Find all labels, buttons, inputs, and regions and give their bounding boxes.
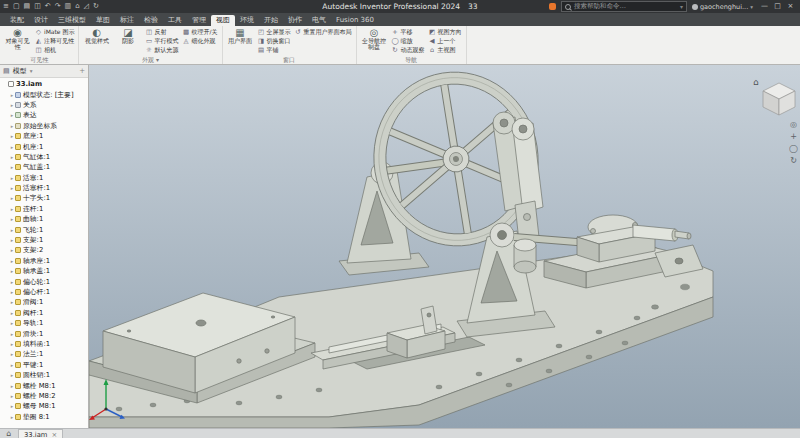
- ribbon-small-button-view-face[interactable]: ◩视图方向: [429, 28, 462, 36]
- zoom-icon[interactable]: ◯: [789, 145, 798, 153]
- object-visibility-button[interactable]: ◉对象可见性: [4, 27, 31, 55]
- save-icon[interactable]: ◫: [34, 0, 41, 13]
- browser-header[interactable]: ▤ 模型 ▾ +: [0, 65, 88, 78]
- ribbon-small-button-clean-screen[interactable]: ◰全屏显示: [258, 28, 291, 36]
- tree-row-4[interactable]: ▸原始坐标系: [0, 121, 88, 131]
- home-tab-icon[interactable]: ⌂: [3, 429, 15, 438]
- tree-row-7[interactable]: ▸气缸体:1: [0, 152, 88, 162]
- model-eccentric[interactable]: [514, 239, 536, 273]
- ribbon-small-button-home-view[interactable]: ⌂主视图: [429, 46, 462, 54]
- ribbon-tab-7[interactable]: 管理: [187, 15, 211, 26]
- print-icon[interactable]: ▥: [65, 0, 72, 13]
- tree-row-6[interactable]: ▸机座:1: [0, 141, 88, 151]
- help-search-input[interactable]: 搜索帮助和命令… ▾: [561, 1, 687, 12]
- chevron-down-icon[interactable]: ▾: [30, 68, 33, 74]
- redo-icon[interactable]: ↷: [55, 0, 61, 13]
- tree-row-9[interactable]: ▸活塞:1: [0, 173, 88, 183]
- window-max-icon[interactable]: □: [771, 0, 784, 13]
- tree-row-23[interactable]: ▸导轨:1: [0, 318, 88, 328]
- ribbon-small-button-orbit[interactable]: ↻动态观察: [392, 46, 425, 54]
- tree-row-30[interactable]: ▸螺栓 M8:2: [0, 391, 88, 401]
- tree-row-2[interactable]: ▸关系: [0, 100, 88, 110]
- ribbon-small-button-reset-ui[interactable]: ↺重置用户界面布局: [295, 28, 352, 36]
- ribbon-small-button-orthographic[interactable]: ▭平行模式: [145, 37, 178, 45]
- document-tab[interactable]: 33.iam ×: [18, 429, 63, 438]
- ribbon-tab-11[interactable]: 协作: [283, 15, 307, 26]
- ribbon-tab-9[interactable]: 环境: [235, 15, 259, 26]
- tree-row-11[interactable]: ▸十字头:1: [0, 193, 88, 203]
- nav-wheel-icon[interactable]: ◎: [790, 121, 797, 129]
- tree-row-26[interactable]: ▸法兰:1: [0, 349, 88, 359]
- ribbon-small-button-camera[interactable]: ◫相机: [35, 46, 74, 54]
- tree-row-29[interactable]: ▸螺栓 M8:1: [0, 380, 88, 390]
- window-close-icon[interactable]: ×: [784, 0, 797, 13]
- ribbon-small-button-tile[interactable]: ▤平铺: [258, 46, 291, 54]
- tree-row-12[interactable]: ▸连杆:1: [0, 204, 88, 214]
- tree-row-1[interactable]: ▸模型状态: [主要]: [0, 89, 88, 99]
- navigation-wheel-button[interactable]: ◎全导航控制盘: [361, 27, 388, 55]
- home-icon[interactable]: ⌂: [75, 0, 79, 13]
- ribbon-tab-4[interactable]: 标注: [115, 15, 139, 26]
- visual-style-button[interactable]: ◐视觉样式: [83, 27, 110, 55]
- ribbon-small-button-textures[interactable]: ▩纹理开/关: [182, 28, 217, 36]
- ribbon-small-button-pan[interactable]: +平移: [392, 28, 425, 36]
- browser-add-icon[interactable]: +: [79, 67, 85, 75]
- ribbon-small-button-imate[interactable]: ◇iMate 图示: [35, 28, 74, 36]
- chevron-down-icon[interactable]: ▾: [680, 3, 683, 10]
- tree-row-0[interactable]: 33.iam: [0, 79, 88, 89]
- tree-row-19[interactable]: ▸偏心轮:1: [0, 276, 88, 286]
- close-icon[interactable]: ×: [51, 431, 57, 438]
- ribbon-tab-1[interactable]: 设计: [29, 15, 53, 26]
- tree-row-20[interactable]: ▸偏心杆:1: [0, 287, 88, 297]
- tree-row-32[interactable]: ▸垫圈 8:1: [0, 412, 88, 422]
- ribbon-tab-0[interactable]: 装配: [5, 15, 29, 26]
- tree-row-17[interactable]: ▸轴承座:1: [0, 256, 88, 266]
- orbit-icon[interactable]: ↻: [790, 157, 797, 165]
- ribbon-small-button-lighting[interactable]: ☼默认光源: [145, 46, 178, 54]
- tree-row-21[interactable]: ▸滑阀:1: [0, 297, 88, 307]
- tree-row-8[interactable]: ▸气缸盖:1: [0, 162, 88, 172]
- window-min-icon[interactable]: —: [758, 0, 771, 13]
- viewcube-home-icon[interactable]: ⌂: [753, 77, 759, 87]
- tree-row-31[interactable]: ▸螺母 M8:1: [0, 401, 88, 411]
- model-canvas[interactable]: ⌂: [89, 65, 800, 428]
- ribbon-tab-2[interactable]: 三维模型: [53, 15, 91, 26]
- tree-row-13[interactable]: ▸曲轴:1: [0, 214, 88, 224]
- tree-row-25[interactable]: ▸填料函:1: [0, 339, 88, 349]
- tree-row-24[interactable]: ▸滑块:1: [0, 328, 88, 338]
- new-file-icon[interactable]: ▢: [13, 0, 20, 13]
- ribbon-tab-12[interactable]: 电气: [307, 15, 331, 26]
- ribbon-tab-6[interactable]: 工具: [163, 15, 187, 26]
- ribbon-small-button-previous[interactable]: ◀上一个: [429, 37, 462, 45]
- tree-row-3[interactable]: ▸表达: [0, 110, 88, 120]
- refresh-icon[interactable]: ↻: [93, 0, 99, 13]
- tree-row-5[interactable]: ▸底座:1: [0, 131, 88, 141]
- ribbon-small-button-reflections[interactable]: ◫反射: [145, 28, 178, 36]
- ribbon-tab-5[interactable]: 检验: [139, 15, 163, 26]
- pan-icon[interactable]: +: [790, 133, 797, 141]
- ribbon-tab-3[interactable]: 草图: [91, 15, 115, 26]
- ribbon-small-button-zoom[interactable]: ◯缩放: [392, 37, 425, 45]
- tree-row-22[interactable]: ▸阀杆:1: [0, 308, 88, 318]
- ribbon-tab-10[interactable]: 开始: [259, 15, 283, 26]
- ribbon-tab-13[interactable]: Fusion 360: [331, 15, 379, 26]
- open-file-icon[interactable]: ▤: [24, 0, 31, 13]
- app-menu-icon[interactable]: ≡: [3, 0, 9, 13]
- tree-row-14[interactable]: ▸飞轮:1: [0, 224, 88, 234]
- shadows-button[interactable]: ◪阴影: [114, 27, 141, 55]
- tree-row-15[interactable]: ▸支架:1: [0, 235, 88, 245]
- ribbon-small-button-switch-windows[interactable]: ◨切换窗口: [258, 37, 291, 45]
- viewport-3d[interactable]: ⌂ ◎+◯↻: [89, 65, 800, 428]
- tree-row-27[interactable]: ▸平键:1: [0, 360, 88, 370]
- undo-icon[interactable]: ↶: [45, 0, 51, 13]
- tree-row-18[interactable]: ▸轴承盖:1: [0, 266, 88, 276]
- measure-icon[interactable]: ◿: [84, 0, 89, 13]
- user-account-button[interactable]: gaochenghui... ▾: [692, 3, 753, 11]
- tree-row-28[interactable]: ▸圆柱销:1: [0, 370, 88, 380]
- tree-row-10[interactable]: ▸活塞杆:1: [0, 183, 88, 193]
- ribbon-small-button-refine[interactable]: ◬细化外观: [182, 37, 217, 45]
- ribbon-small-button-annotation-visibility[interactable]: ◭注释可见性: [35, 37, 74, 45]
- tree-row-16[interactable]: ▸支架:2: [0, 245, 88, 255]
- user-interface-button[interactable]: ▦用户界面: [227, 27, 254, 55]
- ribbon-tab-8[interactable]: 视图: [211, 15, 235, 26]
